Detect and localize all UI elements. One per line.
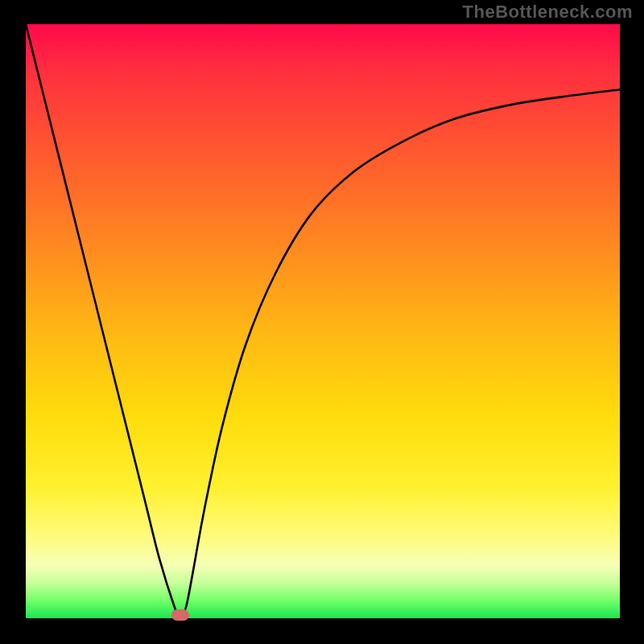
min-marker [171,609,189,621]
plot-area [26,24,620,618]
attribution-label: TheBottleneck.com [463,2,633,23]
curve-svg [26,24,620,618]
bottleneck-curve [26,24,620,618]
chart-frame: TheBottleneck.com [0,0,644,644]
